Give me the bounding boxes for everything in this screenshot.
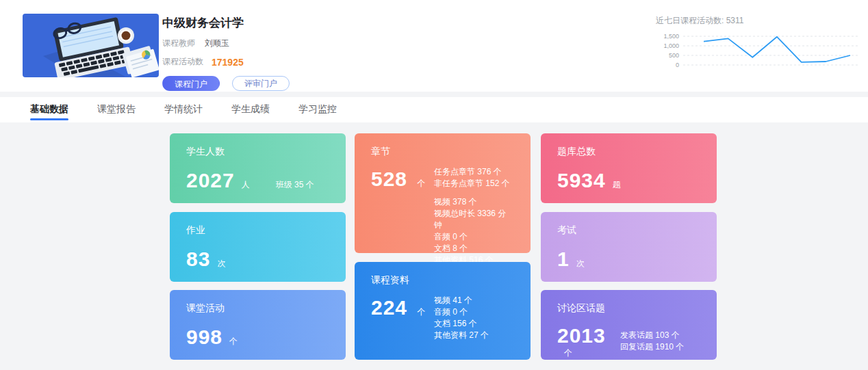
detail-line: 视频 41 个 [434, 295, 489, 306]
tab-class-report[interactable]: 课堂报告 [97, 97, 136, 122]
course-portal-button[interactable]: 课程门户 [162, 76, 220, 91]
course-thumbnail [23, 14, 159, 77]
course-info: 中级财务会计学 课程教师 刘顺玉 课程活动数 171925 课程门户 评审门户 [162, 15, 290, 91]
detail-line: 文档 156 个 [434, 318, 489, 330]
material-unit: 个 [418, 307, 426, 317]
exam-count-card: 考试 1 次 [541, 212, 717, 282]
card-value-row: 2027 人 班级 35 个 [186, 170, 329, 191]
chapters-details: 任务点章节 376 个 非任务点章节 152 个 视频 378 个 视频总时长 … [434, 166, 514, 266]
teacher-row: 课程教师 刘顺玉 [162, 38, 290, 49]
svg-text:1,500: 1,500 [663, 33, 679, 40]
detail-line: 非任务点章节 152 个 [434, 178, 514, 189]
students-count-card: 学生人数 2027 人 班级 35 个 [170, 133, 346, 203]
discussion-details: 发表话题 103 个 回复话题 1910 个 [620, 330, 684, 353]
tab-basic-data[interactable]: 基础数据 [30, 97, 68, 122]
course-title: 中级财务会计学 [162, 15, 290, 31]
chapters-card: 章节 528 个 任务点章节 376 个 非任务点章节 152 个 视频 378… [355, 133, 531, 253]
svg-text:0: 0 [676, 62, 679, 68]
chapter-type-group: 任务点章节 376 个 非任务点章节 152 个 [434, 166, 514, 189]
card-title: 课堂活动 [186, 302, 329, 315]
discussion-unit: 个 [564, 348, 572, 358]
card-title: 章节 [371, 146, 514, 158]
activity-count-label: 课程活动数 [162, 56, 203, 68]
card-value-row: 5934 题 [557, 170, 700, 191]
card-title: 考试 [557, 224, 700, 237]
detail-line: 发表话题 103 个 [620, 330, 684, 341]
question-bank-card: 题库总数 5934 题 [541, 133, 717, 203]
detail-line: 音频 0 个 [434, 306, 489, 318]
homework-count-unit: 次 [217, 258, 225, 269]
tab-learning-stats[interactable]: 学情统计 [164, 97, 203, 122]
tab-learning-monitor[interactable]: 学习监控 [298, 97, 337, 122]
dashboard-tab-bar: 基础数据 课堂报告 学情统计 学生成绩 学习监控 [0, 97, 868, 122]
chapters-value-block: 528 个 [371, 166, 434, 266]
detail-line: 音频 0 个 [434, 231, 514, 243]
exam-count-unit: 次 [576, 258, 585, 269]
material-details: 视频 41 个 音频 0 个 文档 156 个 其他资料 27 个 [434, 295, 489, 341]
laptop-illustration-icon [23, 14, 159, 77]
detail-line: 其他资料 27 个 [434, 330, 489, 341]
teacher-label: 课程教师 [162, 38, 195, 49]
detail-line: 文档 8 个 [434, 243, 514, 254]
homework-count-card: 作业 83 次 [170, 212, 346, 282]
chapter-media-group: 视频 378 个 视频总时长 3336 分钟 音频 0 个 文档 8 个 其他资… [434, 196, 514, 266]
detail-line: 回复话题 1910 个 [620, 341, 684, 353]
svg-text:1,000: 1,000 [663, 42, 679, 49]
card-content-row: 2013 个 发表话题 103 个 回复话题 1910 个 [557, 323, 700, 359]
course-material-card: 课程资料 224 个 视频 41 个 音频 0 个 文档 156 个 其他资料 … [355, 262, 531, 360]
svg-text:500: 500 [669, 52, 679, 59]
detail-line: 视频 378 个 [434, 196, 514, 208]
card-title: 讨论区话题 [557, 302, 700, 315]
tab-student-grades[interactable]: 学生成绩 [231, 97, 270, 122]
seven-day-activity-chart: 近七日课程活动数: 5311 1,5001,0005000 [656, 15, 863, 72]
card-value-row: 998 个 [186, 327, 329, 347]
course-dashboard-page: 中级财务会计学 课程教师 刘顺玉 课程活动数 171925 课程门户 评审门户 … [0, 0, 868, 370]
card-title: 课程资料 [371, 274, 514, 287]
students-count-unit: 人 [242, 179, 250, 191]
card-title: 题库总数 [557, 146, 700, 158]
chart-title: 近七日课程活动数: 5311 [656, 15, 863, 27]
exam-count-value: 1 [557, 249, 570, 269]
discussion-topics-card: 讨论区话题 2013 个 发表话题 103 个 回复话题 1910 个 [541, 290, 717, 360]
class-activity-value: 998 [186, 327, 222, 347]
activity-count-value: 171925 [212, 57, 244, 68]
chapters-unit: 个 [418, 179, 426, 188]
activity-count-row: 课程活动数 171925 [162, 56, 290, 68]
card-content-row: 528 个 任务点章节 376 个 非任务点章节 152 个 视频 378 个 … [371, 166, 514, 266]
card-value-row: 1 次 [557, 249, 700, 269]
material-value-block: 224 个 [371, 295, 434, 341]
course-header: 中级财务会计学 课程教师 刘顺玉 课程活动数 171925 课程门户 评审门户 … [0, 0, 868, 92]
card-title: 作业 [186, 224, 329, 237]
class-activity-card: 课堂活动 998 个 [170, 290, 346, 360]
discussion-value: 2013 [557, 324, 606, 347]
card-content-row: 224 个 视频 41 个 音频 0 个 文档 156 个 其他资料 27 个 [371, 295, 514, 341]
discussion-value-block: 2013 个 [557, 323, 620, 359]
teacher-name: 刘顺玉 [205, 38, 229, 49]
card-value-row: 83 次 [186, 249, 329, 269]
activity-line-chart: 1,5001,0005000 [656, 32, 861, 72]
class-activity-unit: 个 [229, 336, 238, 347]
question-bank-value: 5934 [557, 170, 606, 191]
material-value: 224 [371, 296, 407, 319]
detail-line: 视频总时长 3336 分钟 [434, 208, 514, 231]
portal-buttons-row: 课程门户 评审门户 [162, 76, 290, 91]
students-count-value: 2027 [186, 170, 235, 191]
class-count-text: 班级 35 个 [276, 179, 314, 191]
homework-count-value: 83 [186, 249, 210, 269]
review-portal-button[interactable]: 评审门户 [232, 76, 290, 91]
question-bank-unit: 题 [613, 179, 621, 191]
card-title: 学生人数 [186, 146, 329, 158]
detail-line: 任务点章节 376 个 [434, 166, 514, 178]
chapters-value: 528 [371, 168, 407, 190]
